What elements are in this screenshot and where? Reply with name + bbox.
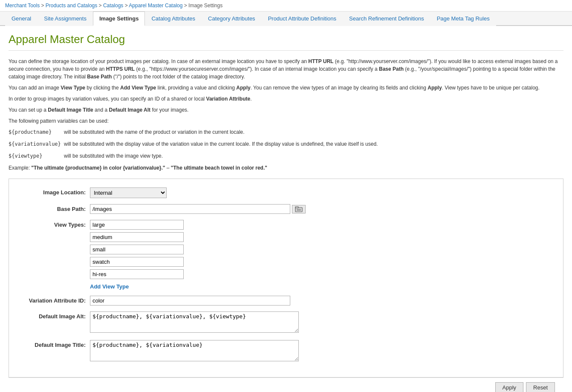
view-types-control: Add View Type bbox=[90, 220, 555, 290]
breadcrumb: Merchant Tools > Products and Catalogs >… bbox=[0, 0, 572, 12]
image-location-select[interactable]: Internal External HTTP External HTTPS bbox=[90, 187, 167, 198]
breadcrumb-catalogs[interactable]: Catalogs bbox=[103, 3, 123, 9]
breadcrumb-products-catalogs[interactable]: Products and Catalogs bbox=[46, 3, 97, 9]
variation-attr-label: Variation Attribute ID: bbox=[17, 296, 90, 304]
pattern-var-variationvalue: ${variationvalue} will be substituted wi… bbox=[9, 140, 563, 148]
content: Apparel Master Catalog You can define th… bbox=[0, 26, 572, 392]
base-path-label: Base Path: bbox=[17, 204, 90, 212]
view-type-input-3[interactable] bbox=[90, 257, 184, 267]
form-row-default-image-title: Default Image Title: ${productname}, ${v… bbox=[17, 340, 555, 363]
form-row-variation-attr: Variation Attribute ID: bbox=[17, 296, 555, 306]
desc-para-3: In order to group images by variation va… bbox=[9, 95, 563, 103]
desc-para-4: You can set up a Default Image Title and… bbox=[9, 106, 563, 114]
desc-para-1: You can define the storage location of y… bbox=[9, 58, 563, 81]
breadcrumb-apparel-master-catalog[interactable]: Apparel Master Catalog bbox=[129, 3, 182, 9]
default-image-alt-label: Default Image Alt: bbox=[17, 311, 90, 320]
default-image-title-textarea[interactable]: ${productname}, ${variationvalue} bbox=[90, 340, 299, 361]
description-block: You can define the storage location of y… bbox=[9, 58, 563, 172]
view-types-label: View Types: bbox=[17, 220, 90, 228]
var-name-productname: ${productname} bbox=[9, 128, 64, 136]
view-type-input-0[interactable] bbox=[90, 220, 184, 230]
tab-general[interactable]: General bbox=[5, 12, 38, 26]
add-view-type-link[interactable]: Add View Type bbox=[90, 283, 555, 290]
var-name-viewtype: ${viewtype} bbox=[9, 152, 64, 160]
var-desc-productname: will be substituted with the name of the… bbox=[64, 128, 245, 136]
base-path-wrapper bbox=[90, 204, 555, 214]
view-type-input-2[interactable] bbox=[90, 245, 184, 254]
tab-site-assignments[interactable]: Site Assignments bbox=[38, 12, 93, 26]
form-row-image-location: Image Location: Internal External HTTP E… bbox=[17, 187, 555, 198]
var-desc-variationvalue: will be substituted with the display val… bbox=[64, 140, 378, 148]
default-image-title-control: ${productname}, ${variationvalue} bbox=[90, 340, 555, 363]
view-types-list: Add View Type bbox=[90, 220, 555, 290]
tab-page-meta-tag-rules[interactable]: Page Meta Tag Rules bbox=[430, 12, 496, 26]
form-row-default-image-alt: Default Image Alt: ${productname}, ${var… bbox=[17, 311, 555, 334]
image-location-label: Image Location: bbox=[17, 187, 90, 196]
tab-catalog-attributes[interactable]: Catalog Attributes bbox=[145, 12, 202, 26]
default-image-alt-textarea[interactable]: ${productname}, ${variationvalue}, ${vie… bbox=[90, 311, 299, 333]
tab-search-refinement-definitions[interactable]: Search Refinement Definitions bbox=[343, 12, 430, 26]
tab-image-settings[interactable]: Image Settings bbox=[93, 12, 145, 26]
example-text: Example: "The ultimate {productname} in … bbox=[9, 164, 563, 172]
default-image-alt-control: ${productname}, ${variationvalue}, ${vie… bbox=[90, 311, 555, 334]
variation-attr-control bbox=[90, 296, 555, 306]
tab-product-attribute-definitions[interactable]: Product Attribute Definitions bbox=[262, 12, 343, 26]
reset-button[interactable]: Reset bbox=[526, 382, 555, 392]
page-title: Apparel Master Catalog bbox=[9, 33, 563, 51]
desc-para-2: You can add an image View Type by clicki… bbox=[9, 84, 563, 92]
pattern-var-viewtype: ${viewtype} will be substituted with the… bbox=[9, 152, 563, 160]
breadcrumb-current: Image Settings bbox=[188, 3, 222, 9]
form-row-view-types: View Types: Add View Type bbox=[17, 220, 555, 290]
view-type-input-4[interactable] bbox=[90, 269, 184, 279]
breadcrumb-merchant-tools[interactable]: Merchant Tools bbox=[5, 3, 40, 9]
pattern-var-productname: ${productname} will be substituted with … bbox=[9, 128, 563, 136]
tab-bar: General Site Assignments Image Settings … bbox=[0, 12, 572, 26]
form-section: Image Location: Internal External HTTP E… bbox=[9, 179, 563, 378]
form-row-base-path: Base Path: bbox=[17, 204, 555, 214]
desc-para-5: The following pattern variables can be u… bbox=[9, 117, 563, 125]
browse-icon[interactable] bbox=[292, 205, 306, 213]
base-path-control bbox=[90, 204, 555, 214]
image-location-control: Internal External HTTP External HTTPS bbox=[90, 187, 555, 198]
view-type-input-1[interactable] bbox=[90, 232, 184, 242]
base-path-input[interactable] bbox=[90, 204, 290, 214]
svg-rect-1 bbox=[295, 207, 298, 208]
default-image-title-label: Default Image Title: bbox=[17, 340, 90, 348]
var-name-variationvalue: ${variationvalue} bbox=[9, 140, 64, 148]
tab-category-attributes[interactable]: Category Attributes bbox=[202, 12, 262, 26]
var-desc-viewtype: will be substituted with the image view … bbox=[64, 152, 163, 160]
footer-buttons: Apply Reset bbox=[9, 378, 563, 392]
variation-attr-input[interactable] bbox=[90, 296, 290, 306]
apply-button[interactable]: Apply bbox=[495, 382, 524, 392]
